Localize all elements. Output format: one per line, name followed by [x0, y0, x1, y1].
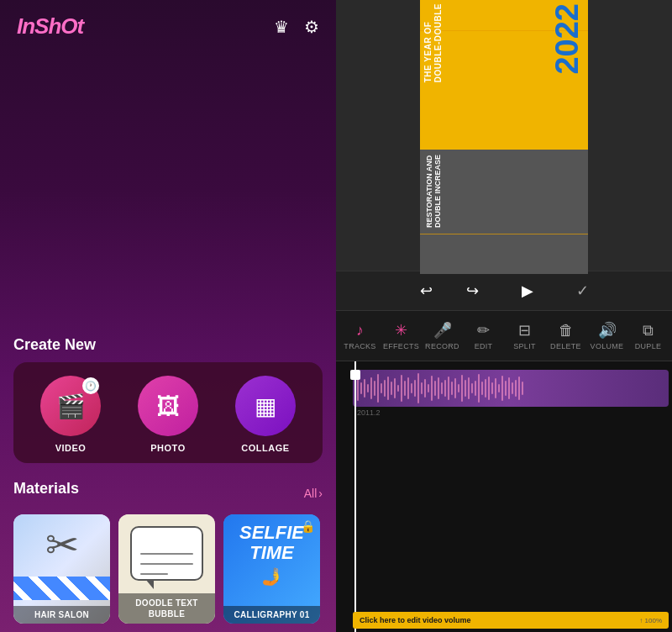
create-new-section: Create New 🎬 🕐 VIDEO 🖼 PHOTO ▦ COLLA [0, 328, 336, 477]
settings-icon[interactable]: ⚙ [304, 17, 319, 37]
delete-label: DELETE [550, 342, 581, 350]
video-badge: 🕐 [82, 377, 99, 394]
materials-section: Materials All › ✂ HAIR SALON [0, 477, 336, 632]
split-label: SPLIT [513, 342, 536, 350]
playhead-handle [350, 370, 360, 380]
collage-icon: ▦ [255, 392, 276, 420]
collage-circle: ▦ [235, 376, 296, 436]
stripes-decoration [13, 577, 110, 600]
materials-title: Materials [13, 480, 79, 498]
video-preview: 2022 THE YEAR OFDOUBLE-DOUBLE Restoratio… [420, 0, 588, 274]
create-card: 🎬 🕐 VIDEO 🖼 PHOTO ▦ COLLAGE [13, 362, 323, 463]
photo-icon: 🖼 [156, 392, 180, 420]
doodle-label: DOODLE TEXT BUBBLE [118, 593, 215, 624]
selfie-icon: 🤳 [223, 566, 320, 587]
volume-icon: 🔊 [598, 321, 617, 340]
collage-label: COLLAGE [241, 443, 289, 453]
record-label: RECORD [425, 342, 459, 350]
left-panel: InShOt ♛ ⚙ Create New 🎬 🕐 VIDEO 🖼 PHOTO [0, 0, 336, 632]
preview-content: 2022 THE YEAR OFDOUBLE-DOUBLE Restoratio… [420, 0, 588, 274]
duple-tool[interactable]: ⧉ DUPLE [630, 322, 667, 350]
waveform [353, 370, 669, 407]
split-tool[interactable]: ⊟ SPLIT [507, 321, 543, 350]
video-label: VIDEO [55, 443, 87, 453]
delete-icon: 🗑 [559, 322, 574, 340]
doodle-line-1 [140, 553, 193, 555]
lock-icon: 🔒 [301, 519, 315, 533]
video-circle: 🎬 🕐 [40, 376, 101, 436]
volume-text: Click here to edit video volume [360, 616, 471, 624]
mic-icon: 🎤 [433, 321, 452, 340]
create-collage-item[interactable]: ▦ COLLAGE [235, 376, 296, 453]
timeline-area: 2011.2 Click here to edit video volume ↑… [336, 361, 672, 632]
preview-top: 2022 THE YEAR OFDOUBLE-DOUBLE [420, 0, 588, 150]
materials-grid: ✂ HAIR SALON DOODLE TEXT BUBBLE SELFIETI… [13, 514, 323, 624]
controls-bar: ↩ ↪ ▶ ✓ [336, 271, 672, 311]
right-panel: 2022 THE YEAR OFDOUBLE-DOUBLE Restoratio… [336, 0, 672, 632]
doodle-bubble [130, 526, 203, 581]
edit-tool[interactable]: ✏ EDIT [465, 321, 502, 350]
top-bar: InShOt ♛ ⚙ [0, 0, 336, 48]
volume-tool[interactable]: 🔊 VOLUME [589, 321, 626, 350]
preview-bottom-text: Restoration andDouble Increase [425, 155, 443, 228]
left-preview-spacer [0, 48, 336, 328]
effects-label: EFFECTS [383, 342, 419, 350]
all-link[interactable]: All › [304, 487, 323, 500]
volume-label: VOLUME [591, 342, 624, 350]
edit-icon: ✏ [477, 321, 490, 340]
chevron-right-icon: › [318, 487, 323, 500]
doodle-line-3 [140, 573, 168, 575]
video-icon: 🎬 [56, 392, 86, 420]
volume-bar[interactable]: Click here to edit video volume ↑ 100% [353, 612, 669, 629]
check-button[interactable]: ✓ [576, 282, 589, 300]
effects-tool[interactable]: ✳ EFFECTS [383, 321, 420, 350]
app-logo: InShOt [17, 13, 83, 40]
preview-year: 2022 [551, 3, 583, 75]
calligraphy-label: CALLIGRAPHY 01 [223, 606, 320, 624]
photo-label: PHOTO [150, 443, 185, 453]
crown-icon[interactable]: ♛ [274, 17, 289, 37]
photo-circle: 🖼 [138, 376, 198, 436]
record-tool[interactable]: 🎤 RECORD [424, 321, 461, 350]
create-photo-item[interactable]: 🖼 PHOTO [138, 376, 198, 453]
play-button[interactable]: ▶ [512, 276, 543, 306]
tracks-tool[interactable]: ♪ TRACKS [342, 322, 379, 350]
delete-tool[interactable]: 🗑 DELETE [548, 322, 585, 350]
material-card-hair-salon[interactable]: ✂ HAIR SALON [13, 514, 110, 624]
tracks-label: TRACKS [344, 342, 375, 350]
timeline-track[interactable] [353, 370, 669, 407]
effects-icon: ✳ [395, 321, 407, 340]
material-card-doodle[interactable]: DOODLE TEXT BUBBLE [118, 514, 215, 624]
duple-icon: ⧉ [643, 322, 654, 340]
volume-percent: ↑ 100% [639, 617, 662, 624]
duple-label: DUPLE [635, 342, 662, 350]
redo-button[interactable]: ↪ [466, 282, 479, 300]
undo-button[interactable]: ↩ [420, 282, 433, 300]
split-icon: ⊟ [518, 321, 531, 340]
scissors-icon: ✂ [45, 521, 79, 568]
doodle-line-2 [140, 563, 193, 565]
preview-main-text: THE YEAR OFDOUBLE-DOUBLE [423, 3, 546, 82]
timestamp: 2011.2 [357, 408, 381, 417]
preview-bottom: Restoration andDouble Increase ◀ [420, 150, 588, 275]
preview-area: 2022 THE YEAR OFDOUBLE-DOUBLE Restoratio… [336, 0, 672, 271]
edit-label: EDIT [475, 342, 493, 350]
playhead[interactable] [354, 361, 356, 632]
toolbar: ♪ TRACKS ✳ EFFECTS 🎤 RECORD ✏ EDIT ⊟ SPL… [336, 311, 672, 361]
material-card-calligraphy[interactable]: SELFIETIME 🤳 🔒 CALLIGRAPHY 01 [223, 514, 320, 624]
create-new-title: Create New [13, 336, 323, 354]
tracks-icon: ♪ [356, 322, 364, 340]
materials-header: Materials All › [13, 480, 323, 506]
hair-salon-label: HAIR SALON [13, 606, 110, 624]
top-icons: ♛ ⚙ [274, 17, 319, 37]
h-line-bottom [420, 234, 588, 234]
create-video-item[interactable]: 🎬 🕐 VIDEO [40, 376, 101, 453]
